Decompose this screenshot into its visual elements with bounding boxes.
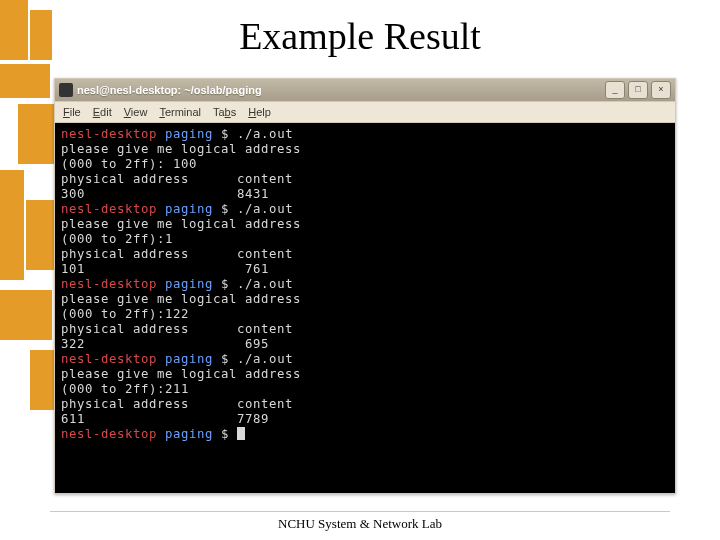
footer-divider bbox=[50, 511, 670, 512]
prompt-line: nesl-desktop paging $ bbox=[61, 427, 669, 442]
output-line: 300 8431 bbox=[61, 187, 669, 202]
close-button[interactable]: × bbox=[651, 81, 671, 99]
prompt-line: nesl-desktop paging $ ./a.out bbox=[61, 352, 669, 367]
output-line: physical address content bbox=[61, 172, 669, 187]
window-title: nesl@nesl-desktop: ~/oslab/paging bbox=[77, 84, 262, 96]
output-line: 101 761 bbox=[61, 262, 669, 277]
terminal-window: nesl@nesl-desktop: ~/oslab/paging _ □ × … bbox=[54, 78, 676, 494]
menu-help[interactable]: Help bbox=[248, 106, 271, 118]
output-line: physical address content bbox=[61, 322, 669, 337]
output-line: (000 to 2ff):1 bbox=[61, 232, 669, 247]
output-line: please give me logical address bbox=[61, 217, 669, 232]
menu-tabs[interactable]: Tabs bbox=[213, 106, 236, 118]
output-line: physical address content bbox=[61, 397, 669, 412]
cursor bbox=[237, 427, 245, 440]
output-line: physical address content bbox=[61, 247, 669, 262]
menu-view[interactable]: View bbox=[124, 106, 148, 118]
output-line: please give me logical address bbox=[61, 367, 669, 382]
menu-terminal[interactable]: Terminal bbox=[159, 106, 201, 118]
prompt-line: nesl-desktop paging $ ./a.out bbox=[61, 277, 669, 292]
maximize-button[interactable]: □ bbox=[628, 81, 648, 99]
output-line: please give me logical address bbox=[61, 292, 669, 307]
minimize-button[interactable]: _ bbox=[605, 81, 625, 99]
output-line: 322 695 bbox=[61, 337, 669, 352]
menu-file[interactable]: File bbox=[63, 106, 81, 118]
output-line: (000 to 2ff):122 bbox=[61, 307, 669, 322]
window-titlebar: nesl@nesl-desktop: ~/oslab/paging _ □ × bbox=[55, 79, 675, 101]
terminal-body[interactable]: nesl-desktop paging $ ./a.outplease give… bbox=[55, 123, 675, 493]
output-line: please give me logical address bbox=[61, 142, 669, 157]
output-line: (000 to 2ff): 100 bbox=[61, 157, 669, 172]
slide-title: Example Result bbox=[0, 0, 720, 58]
output-line: 611 7789 bbox=[61, 412, 669, 427]
menu-edit[interactable]: Edit bbox=[93, 106, 112, 118]
menubar: File Edit View Terminal Tabs Help bbox=[55, 101, 675, 123]
prompt-line: nesl-desktop paging $ ./a.out bbox=[61, 202, 669, 217]
app-icon bbox=[59, 83, 73, 97]
footer-text: NCHU System & Network Lab bbox=[0, 516, 720, 532]
prompt-line: nesl-desktop paging $ ./a.out bbox=[61, 127, 669, 142]
output-line: (000 to 2ff):211 bbox=[61, 382, 669, 397]
